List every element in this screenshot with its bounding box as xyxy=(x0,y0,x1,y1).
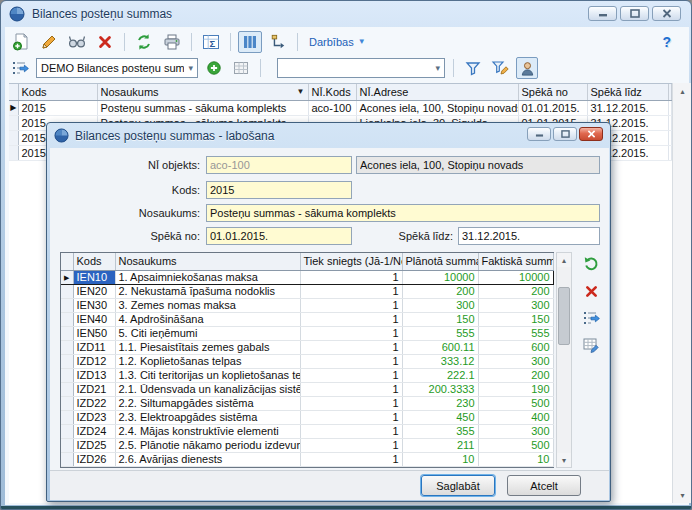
cell-tiek-sniegts[interactable]: 1 xyxy=(300,340,402,354)
kods-field[interactable] xyxy=(206,181,352,199)
cell-faktiska-summa[interactable]: 400 xyxy=(478,410,553,424)
cell-nosaukums[interactable]: 3. Zemes nomas maksa xyxy=(115,298,300,312)
columns-view-button[interactable] xyxy=(238,31,262,53)
dialog-table-row[interactable]: IZD23 2.3. Elektroapgādes sistēma 1 450 … xyxy=(61,410,553,424)
cell-planota-summa[interactable]: 555 xyxy=(402,326,478,340)
speka-lidz-field[interactable] xyxy=(458,227,600,245)
filter-edit-button[interactable] xyxy=(489,57,511,79)
main-table-scrollbar[interactable]: ▴ ▾ xyxy=(672,83,691,503)
cell-planota-summa[interactable]: 450 xyxy=(402,410,478,424)
table-row[interactable]: ▶ 2015 Posteņu summas - sākuma komplekts… xyxy=(9,100,672,115)
cell-kods[interactable]: IZD12 xyxy=(73,354,115,368)
cell-tiek-sniegts[interactable]: 1 xyxy=(300,424,402,438)
cell-tiek-sniegts[interactable]: 1 xyxy=(300,326,402,340)
column-header-nosaukums[interactable]: Nosaukums xyxy=(115,253,300,270)
grid-edit-button[interactable] xyxy=(581,335,601,355)
cell-faktiska-summa[interactable]: 10 xyxy=(478,452,553,466)
undo-button[interactable] xyxy=(581,254,601,274)
cell-kods[interactable]: IEN30 xyxy=(73,298,115,312)
cell-kods[interactable]: IZD26 xyxy=(73,452,115,466)
dataset-grid-button[interactable] xyxy=(230,57,252,79)
delete-button[interactable] xyxy=(93,31,117,53)
dialog-table-row[interactable]: IEN40 4. Apdrošināšana 1 150 150 xyxy=(61,312,553,326)
scroll-down-icon[interactable]: ▾ xyxy=(673,487,692,503)
cell-faktiska-summa[interactable]: 300 xyxy=(478,424,553,438)
dialog-table-row[interactable]: IEN50 5. Citi ieņēmumi 1 555 555 xyxy=(61,326,553,340)
cell-kods[interactable]: IEN20 xyxy=(73,284,115,298)
darbibas-menu[interactable]: Darbības ▼ xyxy=(305,34,370,50)
window-titlebar[interactable]: Bilances posteņu summas xyxy=(1,1,691,27)
export-rows-button[interactable] xyxy=(581,308,601,328)
cell-kods[interactable]: 2015 xyxy=(18,100,97,115)
cell-faktiska-summa[interactable]: 600 xyxy=(478,340,553,354)
cell-nosaukums[interactable]: 2.1. Ūdensvada un kanalizācijas sistēma xyxy=(115,382,300,396)
cell-ni-kods[interactable]: aco-100 xyxy=(308,100,356,115)
column-header-tiek-sniegts[interactable]: Tiek sniegts (Jā-1/Nē-0) xyxy=(300,253,402,270)
cell-faktiska-summa[interactable]: 500 xyxy=(478,438,553,452)
dialog-close-button[interactable] xyxy=(579,127,603,141)
dialog-maximize-button[interactable] xyxy=(553,127,577,141)
cell-planota-summa[interactable]: 230 xyxy=(402,396,478,410)
cell-kods[interactable]: IZD13 xyxy=(73,368,115,382)
cell-faktiska-summa[interactable]: 200 xyxy=(478,284,553,298)
new-record-button[interactable] xyxy=(9,31,33,53)
cell-nosaukums[interactable]: 2.3. Elektroapgādes sistēma xyxy=(115,410,300,424)
column-header-nosaukums[interactable]: Nosaukums▼ xyxy=(97,84,308,100)
cell-tiek-sniegts[interactable]: 1 xyxy=(300,270,402,284)
cell-nosaukums[interactable]: 2.6. Avārijas dienests xyxy=(115,452,300,466)
cell-nosaukums[interactable]: 2.5. Plānotie nākamo periodu izdevumi re… xyxy=(115,438,300,452)
nosaukums-field[interactable] xyxy=(206,204,600,222)
cell-kods[interactable]: IZD24 xyxy=(73,424,115,438)
dialog-table-row[interactable]: IEN20 2. Nekustamā īpašuma nodoklis 1 20… xyxy=(61,284,553,298)
dialog-table-row[interactable]: IZD25 2.5. Plānotie nākamo periodu izdev… xyxy=(61,438,553,452)
dialog-minimize-button[interactable] xyxy=(527,127,551,141)
print-button[interactable] xyxy=(160,31,184,53)
cell-nosaukums[interactable]: 1.1. Piesaistītais zemes gabals xyxy=(115,340,300,354)
cell-nosaukums[interactable]: 2.2. Siltumapgādes sistēma xyxy=(115,396,300,410)
ni-objekts-address-field[interactable] xyxy=(356,156,600,174)
minimize-button[interactable] xyxy=(588,6,617,21)
cell-planota-summa[interactable]: 200.3333 xyxy=(402,382,478,396)
dialog-table-row[interactable]: IZD22 2.2. Siltumapgādes sistēma 1 230 5… xyxy=(61,396,553,410)
cell-kods[interactable]: IZD11 xyxy=(73,340,115,354)
scrollbar-thumb[interactable] xyxy=(558,287,570,345)
cell-kods[interactable]: IZD22 xyxy=(73,396,115,410)
dialog-table-row[interactable]: IZD24 2.4. Mājas konstruktīvie elementi … xyxy=(61,424,553,438)
cell-nosaukums[interactable]: Posteņu summas - sākuma komplekts xyxy=(97,100,308,115)
dialog-table-row[interactable]: IZD13 1.3. Citi teritorijas un koplietoš… xyxy=(61,368,553,382)
dataset-combobox[interactable]: DEMO Bilances posteņu summas ▾ xyxy=(36,58,198,78)
cell-tiek-sniegts[interactable]: 1 xyxy=(300,284,402,298)
cell-faktiska-summa[interactable]: 300 xyxy=(478,354,553,368)
cell-faktiska-summa[interactable]: 150 xyxy=(478,312,553,326)
column-header-kods[interactable]: Kods xyxy=(18,84,97,100)
cell-kods[interactable]: IZD23 xyxy=(73,410,115,424)
cell-tiek-sniegts[interactable]: 1 xyxy=(300,396,402,410)
column-header-ni-adrese[interactable]: NĪ.Adrese xyxy=(356,84,518,100)
dialog-table-row[interactable]: IZD11 1.1. Piesaistītais zemes gabals 1 … xyxy=(61,340,553,354)
column-header-ni-kods[interactable]: NĪ.Kods xyxy=(308,84,356,100)
close-button[interactable] xyxy=(652,6,681,21)
column-header-planota-summa[interactable]: Plānotā summa xyxy=(402,253,478,270)
cell-tiek-sniegts[interactable]: 1 xyxy=(300,382,402,396)
cell-nosaukums[interactable]: 1. Apsaimniekošanas maksa xyxy=(115,270,300,284)
column-header-kods[interactable]: Kods xyxy=(73,253,115,270)
add-dataset-button[interactable] xyxy=(203,57,225,79)
cell-tiek-sniegts[interactable]: 1 xyxy=(300,410,402,424)
maximize-button[interactable] xyxy=(620,6,649,21)
cell-faktiska-summa[interactable]: 300 xyxy=(478,298,553,312)
cell-planota-summa[interactable]: 222.1 xyxy=(402,368,478,382)
ni-objekts-code-field[interactable] xyxy=(206,156,352,174)
column-header-speka-lidz[interactable]: Spēkā līdz xyxy=(587,84,668,100)
dialog-table-scrollbar[interactable]: ▴ ▾ xyxy=(556,252,572,468)
cell-nosaukums[interactable]: 2.4. Mājas konstruktīvie elementi xyxy=(115,424,300,438)
cell-planota-summa[interactable]: 211 xyxy=(402,438,478,452)
cell-planota-summa[interactable]: 150 xyxy=(402,312,478,326)
scroll-down-icon[interactable]: ▾ xyxy=(557,453,571,467)
scroll-up-icon[interactable]: ▴ xyxy=(557,253,571,267)
dialog-titlebar[interactable]: Bilances posteņu summas - labošana xyxy=(47,123,610,148)
cell-tiek-sniegts[interactable]: 1 xyxy=(300,368,402,382)
save-button[interactable]: Saglabāt xyxy=(421,475,495,496)
cell-kods[interactable]: IEN40 xyxy=(73,312,115,326)
cell-tiek-sniegts[interactable]: 1 xyxy=(300,438,402,452)
cell-kods[interactable]: IZD25 xyxy=(73,438,115,452)
